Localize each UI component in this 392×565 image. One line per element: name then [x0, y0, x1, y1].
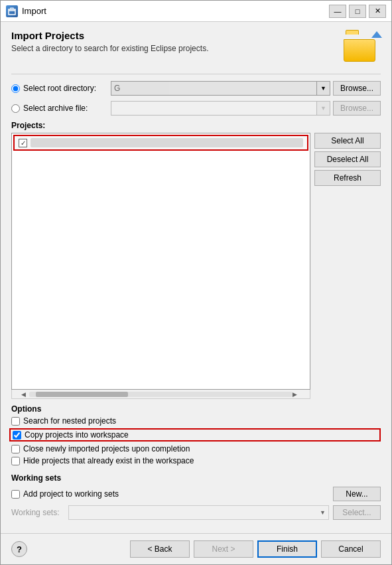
- new-working-set-button[interactable]: New...: [333, 487, 381, 501]
- help-button[interactable]: ?: [11, 541, 27, 557]
- folder-body: [344, 39, 375, 62]
- page-title: Import Projects: [11, 30, 344, 41]
- working-sets-title: Working sets: [11, 473, 381, 483]
- scroll-left-btn[interactable]: ◀: [21, 391, 29, 398]
- root-directory-label[interactable]: Select root directory:: [11, 84, 111, 93]
- scroll-thumb[interactable]: [36, 392, 128, 397]
- archive-file-radio[interactable]: [11, 104, 20, 113]
- root-directory-input[interactable]: G ▼: [111, 81, 330, 96]
- projects-label: Projects:: [11, 121, 381, 130]
- window-icon: [6, 5, 18, 17]
- bottom-bar: ? < Back Next > Finish Cancel: [1, 533, 391, 564]
- options-section: Options Search for nested projects Copy …: [11, 404, 381, 468]
- projects-area: ✓ ◀ ▶ Select All Deselect All Refresh: [11, 133, 381, 399]
- folder-icon: [344, 30, 381, 62]
- projects-wrapper: ✓ ◀ ▶: [11, 133, 310, 399]
- back-button[interactable]: < Back: [130, 540, 190, 558]
- title-bar: Import — □ ✕: [1, 1, 391, 22]
- next-button[interactable]: Next >: [194, 540, 253, 558]
- copy-projects-row[interactable]: Copy projects into workspace: [9, 428, 381, 442]
- archive-file-label[interactable]: Select archive file:: [11, 104, 111, 113]
- search-nested-row[interactable]: Search for nested projects: [11, 416, 381, 426]
- import-window: Import — □ ✕ Import Projects Select a di…: [0, 0, 392, 565]
- hide-existing-row[interactable]: Hide projects that already exist in the …: [11, 456, 381, 465]
- archive-file-browse-button[interactable]: Browse...: [333, 101, 381, 116]
- cancel-button[interactable]: Cancel: [321, 540, 381, 558]
- hide-existing-checkbox[interactable]: [11, 457, 20, 465]
- select-working-set-button[interactable]: Select...: [333, 505, 381, 520]
- project-list[interactable]: ✓: [11, 133, 310, 390]
- archive-file-dropdown-btn[interactable]: ▼: [316, 102, 330, 115]
- add-working-sets-checkbox[interactable]: [11, 490, 20, 499]
- working-sets-input-row: Working sets: ▼ Select...: [11, 505, 381, 520]
- horizontal-scrollbar[interactable]: ◀ ▶: [11, 390, 310, 399]
- folder-tab: [346, 30, 359, 35]
- root-directory-row: Select root directory: G ▼ Browse...: [11, 81, 381, 96]
- working-sets-dropdown-arrow: ▼: [320, 509, 326, 516]
- search-nested-checkbox[interactable]: [11, 417, 20, 426]
- archive-file-row: Select archive file: ▼ Browse...: [11, 101, 381, 116]
- page-subtitle: Select a directory to search for existin…: [11, 44, 344, 53]
- scroll-track: [29, 392, 293, 397]
- root-directory-radio[interactable]: [11, 84, 20, 93]
- add-working-sets-row: Add project to working sets New...: [11, 487, 381, 501]
- header-text: Import Projects Select a directory to se…: [11, 30, 344, 53]
- deselect-all-button[interactable]: Deselect All: [314, 151, 381, 167]
- divider: [11, 74, 381, 74]
- select-all-button[interactable]: Select All: [314, 133, 381, 149]
- side-buttons: Select All Deselect All Refresh: [314, 133, 381, 399]
- working-sets-label: Working sets:: [11, 508, 64, 517]
- options-title: Options: [11, 404, 381, 414]
- close-button[interactable]: ✕: [369, 5, 386, 18]
- root-directory-browse-button[interactable]: Browse...: [333, 81, 381, 96]
- header-section: Import Projects Select a directory to se…: [11, 30, 381, 62]
- copy-projects-checkbox[interactable]: [13, 431, 21, 440]
- svg-rect-0: [9, 9, 15, 15]
- scroll-right-btn[interactable]: ▶: [293, 391, 300, 398]
- folder-arrow: [371, 31, 382, 38]
- finish-button[interactable]: Finish: [257, 540, 317, 558]
- minimize-button[interactable]: —: [329, 5, 346, 18]
- title-controls: — □ ✕: [329, 5, 386, 18]
- working-sets-dropdown[interactable]: ▼: [68, 505, 329, 520]
- project-name-placeholder: [31, 138, 303, 147]
- root-directory-dropdown-btn[interactable]: ▼: [316, 82, 330, 95]
- archive-file-input[interactable]: ▼: [111, 101, 330, 116]
- nav-buttons: < Back Next > Finish Cancel: [130, 540, 381, 558]
- close-imported-row[interactable]: Close newly imported projects upon compl…: [11, 444, 381, 453]
- maximize-button[interactable]: □: [349, 5, 366, 18]
- window-title: Import: [22, 6, 329, 16]
- table-row[interactable]: ✓: [13, 135, 308, 151]
- project-checkbox[interactable]: ✓: [19, 139, 27, 147]
- refresh-button[interactable]: Refresh: [314, 170, 381, 186]
- working-sets-section: Working sets Add project to working sets…: [11, 473, 381, 520]
- content-area: Import Projects Select a directory to se…: [1, 22, 391, 533]
- close-imported-checkbox[interactable]: [11, 445, 20, 453]
